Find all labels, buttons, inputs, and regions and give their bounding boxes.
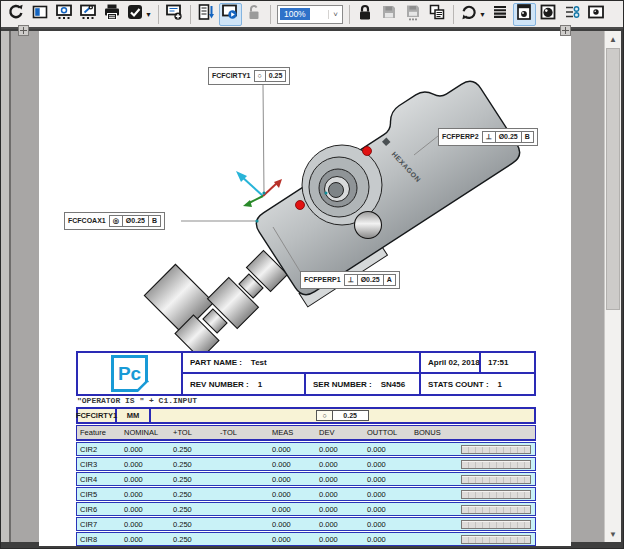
pcdmis-logo: Pc	[111, 355, 148, 392]
axis-triad	[236, 171, 282, 207]
print-button[interactable]	[100, 3, 123, 26]
table-row: CIR30.0000.2500.0000.0000.000	[76, 457, 536, 471]
table-row: CIR70.0000.2500.0000.0000.000	[76, 517, 536, 531]
save-as-button[interactable]	[402, 3, 425, 26]
lock-icon	[356, 3, 374, 25]
table-cell: 0.250	[170, 520, 217, 529]
table-cell: CIR5	[77, 490, 121, 499]
table-cell: 0.000	[269, 490, 316, 499]
table-cell: 0.000	[316, 490, 364, 499]
page-anchor-icon[interactable]	[18, 25, 29, 36]
column-header: -TOL	[217, 428, 269, 437]
column-header: Feature	[77, 428, 121, 437]
tolerance-bar	[461, 445, 531, 454]
table-cell: 0.000	[364, 460, 411, 469]
run-report-button[interactable]	[219, 3, 242, 26]
zoom-value: 100%	[280, 8, 310, 20]
toolbar-separator	[349, 5, 350, 24]
table-cell: 0.250	[170, 490, 217, 499]
report-preview-window: ▼100%˅▼	[0, 0, 624, 549]
table-cell: 0.250	[170, 475, 217, 484]
table-cell: 0.000	[364, 445, 411, 454]
chevron-down-icon[interactable]: ▼	[145, 11, 152, 18]
column-header: +TOL	[170, 428, 217, 437]
chevron-down-icon[interactable]: ˅	[328, 10, 342, 19]
preview-pane: HEXAGON	[1, 31, 621, 542]
table-cell: 0.000	[364, 490, 411, 499]
table-cell: 0.000	[121, 535, 170, 544]
tolerance-bar	[461, 535, 531, 544]
refresh-button[interactable]: ▼	[458, 3, 488, 26]
split-view-button[interactable]	[28, 3, 51, 26]
tolerance-bar	[461, 460, 531, 469]
report-preview-mode-icon	[515, 3, 533, 25]
list-scroll-button[interactable]	[195, 3, 218, 26]
perpendicularity-symbol-icon: ⊥	[483, 132, 495, 142]
column-header: OUTTOL	[364, 428, 411, 437]
table-cell: CIR6	[77, 505, 121, 514]
table-cell: 0.000	[316, 535, 364, 544]
scroll-up-icon[interactable]: ▲	[605, 31, 621, 47]
column-header: NOMINAL	[121, 428, 170, 437]
table-cell: 0.000	[364, 535, 411, 544]
report-preview-mode-button[interactable]	[513, 3, 536, 26]
toolbar-separator	[190, 5, 191, 24]
table-row: CIR60.0000.2500.0000.0000.000	[76, 502, 536, 516]
circularity-symbol-icon: ○	[317, 411, 331, 420]
toolbar-separator	[270, 5, 271, 24]
rotate-ccw-button[interactable]	[4, 3, 27, 26]
measure-point	[363, 147, 372, 156]
table-cell: CIR3	[77, 460, 121, 469]
table-cell: 0.000	[269, 460, 316, 469]
measure-point	[296, 201, 305, 210]
vertical-scrollbar[interactable]: ▲ ▼	[604, 31, 621, 542]
run-report-icon	[221, 3, 239, 25]
table-cell: 0.000	[121, 460, 170, 469]
table-cell: 0.000	[316, 460, 364, 469]
options-list-button[interactable]	[561, 3, 584, 26]
zoom-select[interactable]: 100%˅	[277, 5, 343, 24]
report-window-button[interactable]	[52, 3, 75, 26]
add-window-button[interactable]	[163, 3, 186, 26]
chevron-down-icon[interactable]: ▼	[479, 11, 486, 18]
tolerance-bar	[461, 505, 531, 514]
table-cell: 0.000	[269, 475, 316, 484]
scroll-down-icon[interactable]: ▼	[605, 526, 621, 542]
save-as-icon	[404, 3, 422, 25]
scrollbar-thumb[interactable]	[606, 48, 620, 310]
table-cell: 0.000	[269, 445, 316, 454]
leader-dot	[255, 219, 258, 222]
logo-cell: Pc	[78, 353, 181, 394]
confirm-check-button[interactable]: ▼	[124, 3, 154, 26]
table-cell: 0.000	[121, 520, 170, 529]
time-cell: 17:51	[481, 353, 534, 372]
options-list-icon	[563, 3, 581, 25]
copy-to-printer-button[interactable]	[426, 3, 449, 26]
window-settings-button[interactable]	[76, 3, 99, 26]
report-header-table: Pc PART NAME :Test April 02, 2018 17:51 …	[76, 351, 536, 396]
graphics-window-icon	[587, 3, 605, 25]
table-cell: 0.000	[364, 520, 411, 529]
table-cell: 0.000	[316, 445, 364, 454]
list-scroll-icon	[197, 3, 215, 25]
split-view-icon	[31, 3, 49, 25]
left-margin-strip	[1, 31, 11, 542]
unlock-button[interactable]	[243, 3, 266, 26]
leader-dot	[262, 191, 265, 194]
toolbar-separator	[158, 5, 159, 24]
table-cell: 0.250	[170, 535, 217, 544]
page-anchor-icon[interactable]	[560, 25, 571, 36]
solid-view-button[interactable]	[537, 3, 560, 26]
graphics-window-button[interactable]	[585, 3, 608, 26]
text-mode-icon	[491, 3, 509, 25]
ser-number-cell: SER NUMBER :SN456	[306, 374, 419, 394]
table-cell: 0.000	[121, 505, 170, 514]
table-row: CIR20.0000.2500.0000.0000.000	[76, 442, 536, 456]
table-cell: 0.000	[121, 490, 170, 499]
lock-button[interactable]	[354, 3, 377, 26]
column-header: DEV	[316, 428, 364, 437]
print-icon	[103, 3, 121, 25]
concentricity-symbol-icon: ◎	[110, 216, 122, 226]
save-button[interactable]	[378, 3, 401, 26]
text-mode-button[interactable]	[489, 3, 512, 26]
